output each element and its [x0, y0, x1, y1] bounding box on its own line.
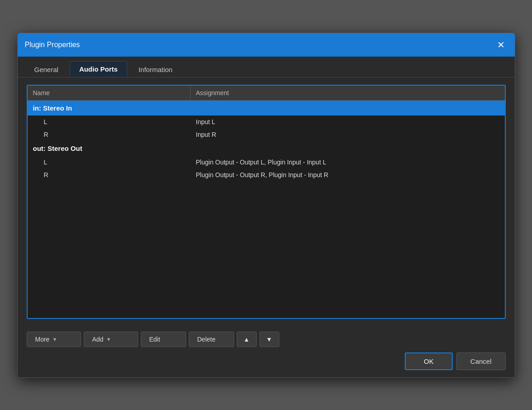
- table-row[interactable]: out: Stereo Out: [28, 141, 505, 156]
- add-dropdown-arrow: ▼: [106, 337, 111, 342]
- row-name: R: [28, 131, 191, 138]
- audio-ports-table: Name Assignment in: Stereo In L Input L …: [27, 85, 506, 319]
- table-body: in: Stereo In L Input L R Input R out: S…: [28, 101, 505, 318]
- tab-information[interactable]: Information: [129, 62, 182, 77]
- move-up-button[interactable]: ▲: [237, 332, 257, 347]
- footer-buttons: More ▼ Add ▼ Edit Delete ▲ ▼: [18, 326, 515, 352]
- edit-button[interactable]: Edit: [141, 332, 186, 347]
- row-name: L: [28, 159, 191, 166]
- table-row[interactable]: R Input R: [28, 128, 505, 141]
- down-arrow-icon: ▼: [266, 336, 273, 343]
- dialog-title: Plugin Properties: [25, 41, 80, 49]
- row-assignment: Plugin Output - Output L, Plugin Input -…: [191, 159, 505, 166]
- table-row[interactable]: in: Stereo In: [28, 101, 505, 116]
- table-row[interactable]: L Input L: [28, 116, 505, 128]
- col-assignment-header: Assignment: [191, 86, 505, 100]
- delete-button[interactable]: Delete: [189, 332, 234, 347]
- add-button[interactable]: Add ▼: [84, 332, 138, 347]
- table-row[interactable]: R Plugin Output - Output R, Plugin Input…: [28, 169, 505, 181]
- ok-cancel-row: OK Cancel: [18, 352, 515, 377]
- tab-audio-ports[interactable]: Audio Ports: [70, 61, 127, 77]
- up-arrow-icon: ▲: [244, 336, 250, 343]
- more-dropdown-arrow: ▼: [52, 337, 57, 342]
- table-row[interactable]: L Plugin Output - Output L, Plugin Input…: [28, 156, 505, 169]
- tabs-bar: General Audio Ports Information: [18, 57, 515, 77]
- tab-general[interactable]: General: [25, 62, 68, 77]
- row-name: R: [28, 171, 191, 178]
- row-assignment: Input L: [191, 118, 505, 125]
- ok-button[interactable]: OK: [405, 352, 453, 370]
- more-button[interactable]: More ▼: [27, 332, 81, 347]
- row-assignment: Input R: [191, 131, 505, 138]
- content-area: Name Assignment in: Stereo In L Input L …: [18, 77, 515, 326]
- row-name: L: [28, 118, 191, 125]
- table-header: Name Assignment: [28, 86, 505, 101]
- title-bar: Plugin Properties ✕: [18, 33, 515, 57]
- cancel-button[interactable]: Cancel: [456, 352, 506, 370]
- close-button[interactable]: ✕: [495, 39, 508, 51]
- move-down-button[interactable]: ▼: [259, 332, 279, 347]
- row-assignment: Plugin Output - Output R, Plugin Input -…: [191, 171, 505, 178]
- col-name-header: Name: [28, 86, 191, 100]
- plugin-properties-dialog: Plugin Properties ✕ General Audio Ports …: [17, 33, 515, 378]
